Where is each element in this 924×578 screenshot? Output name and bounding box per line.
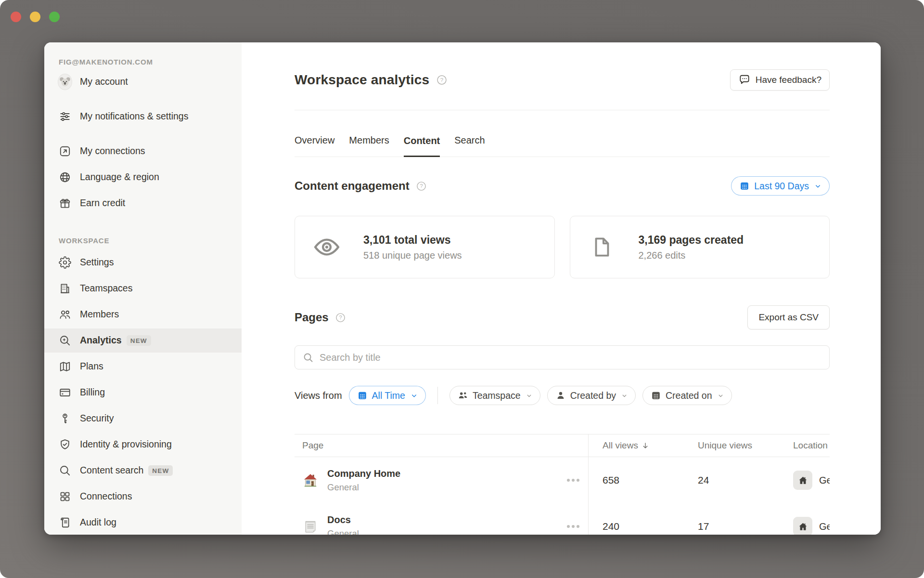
- tab-content[interactable]: Content: [404, 135, 440, 157]
- tab-overview[interactable]: Overview: [295, 135, 334, 157]
- sidebar-item-label: Earn credit: [80, 197, 125, 209]
- tab-members[interactable]: Members: [349, 135, 389, 157]
- scroll-icon: [58, 516, 72, 529]
- search-icon: [303, 352, 314, 363]
- sidebar-item-security[interactable]: Security: [44, 407, 242, 431]
- sidebar-item-earn-credit[interactable]: Earn credit: [44, 191, 242, 215]
- people-icon: [58, 308, 72, 321]
- location-label: General: [819, 475, 830, 486]
- page-row-title: Company Home: [327, 468, 400, 479]
- help-icon[interactable]: ?: [416, 181, 427, 192]
- close-button[interactable]: [11, 12, 21, 22]
- time-filter-label: All Time: [372, 390, 405, 401]
- sidebar-item-audit-log[interactable]: Audit log: [44, 511, 242, 535]
- workspace-section-label: WORKSPACE: [59, 236, 242, 245]
- help-icon[interactable]: ?: [436, 74, 448, 86]
- unique-views-value: 24: [684, 474, 789, 486]
- total-views-value: 3,101 total views: [363, 234, 462, 247]
- chevron-down-icon: [526, 393, 532, 399]
- teamspace-filter-dropdown[interactable]: Teamspace: [449, 386, 540, 405]
- eye-icon: [313, 234, 340, 261]
- sidebar-item-connections[interactable]: Connections: [44, 485, 242, 509]
- sidebar-item-label: Audit log: [80, 516, 116, 528]
- column-header-page[interactable]: Page: [295, 440, 588, 451]
- koala-avatar: [58, 74, 72, 90]
- arrow-up-right-box-icon: [58, 145, 72, 158]
- pages-title: Pages: [295, 311, 329, 324]
- gear-icon: [58, 256, 72, 269]
- pages-table: Page All views Unique views Location: [295, 434, 830, 535]
- sidebar-item-label: My connections: [80, 145, 145, 157]
- table-row[interactable]: Company Home General 658 24 General: [295, 457, 830, 503]
- page-row-subtitle: General: [327, 482, 400, 493]
- globe-icon: [58, 171, 72, 184]
- all-views-value: 240: [588, 521, 684, 532]
- sidebar-item-my-connections[interactable]: My connections: [44, 139, 242, 163]
- created-by-filter-dropdown[interactable]: Created by: [547, 386, 636, 405]
- table-row[interactable]: Docs General 240 17 General: [295, 503, 830, 535]
- search-input[interactable]: [320, 352, 821, 363]
- chevron-down-icon: [411, 392, 418, 399]
- export-csv-button[interactable]: Export as CSV: [747, 305, 830, 329]
- gift-icon: [58, 197, 72, 210]
- sidebar-item-settings[interactable]: Settings: [44, 250, 242, 275]
- sort-descending-icon: [642, 442, 649, 449]
- tab-search[interactable]: Search: [454, 135, 485, 157]
- sidebar-item-label: Billing: [80, 386, 105, 398]
- sidebar-item-content-search[interactable]: Content search NEW: [44, 459, 242, 483]
- column-header-unique-views[interactable]: Unique views: [684, 440, 789, 451]
- chevron-down-icon: [814, 183, 821, 190]
- zoom-button[interactable]: [49, 12, 60, 22]
- table-header-row: Page All views Unique views Location: [295, 434, 830, 457]
- minimize-button[interactable]: [30, 12, 40, 22]
- two-person-icon: [458, 390, 468, 401]
- teamspace-filter-label: Teamspace: [473, 390, 521, 401]
- created-on-filter-dropdown[interactable]: Created on: [642, 386, 732, 405]
- help-icon[interactable]: ?: [335, 312, 346, 323]
- sidebar-item-label: Analytics: [80, 334, 122, 346]
- settings-sidebar: FIG@MAKENOTION.COM My account My notific…: [44, 42, 242, 535]
- sidebar-item-teamspaces[interactable]: Teamspaces: [44, 276, 242, 301]
- pages-created-card: 3,169 pages created 2,266 edits: [570, 216, 830, 278]
- analytics-tabs: Overview Members Content Search: [295, 110, 830, 157]
- total-views-card: 3,101 total views 518 unique page views: [295, 216, 555, 278]
- all-views-value: 658: [588, 474, 684, 486]
- window-controls: [11, 12, 60, 22]
- sidebar-item-label: Security: [80, 412, 114, 424]
- row-menu-button[interactable]: [564, 476, 582, 485]
- column-header-location[interactable]: Location: [789, 440, 830, 451]
- sidebar-item-label: Plans: [80, 360, 103, 372]
- sidebar-item-label: Teamspaces: [80, 282, 132, 294]
- sidebar-item-notifications-settings[interactable]: My notifications & settings: [44, 96, 242, 137]
- settings-window: FIG@MAKENOTION.COM My account My notific…: [44, 42, 881, 535]
- shield-check-icon: [58, 438, 72, 451]
- row-menu-button[interactable]: [564, 522, 582, 531]
- column-header-all-views[interactable]: All views: [588, 440, 684, 451]
- account-email: FIG@MAKENOTION.COM: [59, 58, 242, 66]
- house-emoji: [302, 472, 319, 488]
- sidebar-item-identity-provisioning[interactable]: Identity & provisioning: [44, 433, 242, 457]
- sidebar-item-label: Identity & provisioning: [80, 438, 172, 450]
- have-feedback-button[interactable]: Have feedback?: [730, 69, 830, 91]
- time-filter-dropdown[interactable]: All Time: [349, 386, 426, 405]
- sidebar-item-billing[interactable]: Billing: [44, 381, 242, 405]
- building-icon: [58, 282, 72, 295]
- sidebar-item-my-account[interactable]: My account: [44, 70, 242, 94]
- unique-views-value: 518 unique page views: [363, 250, 462, 261]
- date-range-dropdown[interactable]: Last 90 Days: [731, 176, 830, 196]
- sidebar-item-plans[interactable]: Plans: [44, 355, 242, 379]
- sidebar-item-members[interactable]: Members: [44, 302, 242, 327]
- sidebar-item-language-region[interactable]: Language & region: [44, 165, 242, 189]
- search-box: [295, 345, 830, 369]
- sidebar-item-analytics[interactable]: Analytics NEW: [44, 328, 242, 353]
- page-title: Workspace analytics: [295, 72, 429, 88]
- svg-text:?: ?: [339, 315, 342, 320]
- desktop: FIG@MAKENOTION.COM My account My notific…: [0, 0, 924, 578]
- credit-card-icon: [58, 386, 72, 399]
- location-label: General: [819, 521, 830, 532]
- sidebar-item-label: My account: [80, 76, 128, 88]
- key-icon: [58, 412, 72, 425]
- edits-value: 2,266 edits: [639, 250, 744, 261]
- sliders-icon: [58, 110, 72, 123]
- svg-text:?: ?: [420, 183, 423, 189]
